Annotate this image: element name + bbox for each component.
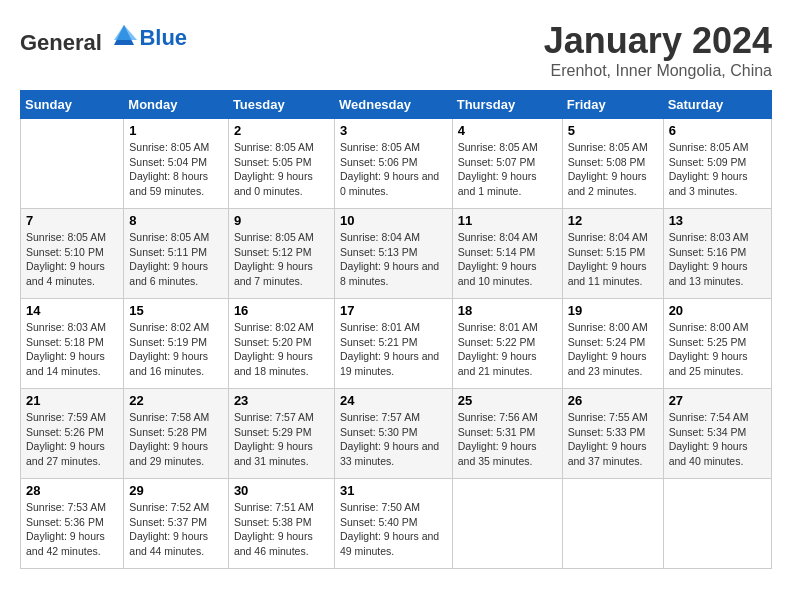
day-number: 4: [458, 123, 557, 138]
column-headers: SundayMondayTuesdayWednesdayThursdayFrid…: [21, 91, 772, 119]
day-number: 5: [568, 123, 658, 138]
calendar-cell: 17Sunrise: 8:01 AM Sunset: 5:21 PM Dayli…: [334, 299, 452, 389]
day-number: 28: [26, 483, 118, 498]
day-number: 22: [129, 393, 223, 408]
day-number: 13: [669, 213, 766, 228]
day-number: 26: [568, 393, 658, 408]
day-number: 21: [26, 393, 118, 408]
day-detail: Sunrise: 8:05 AM Sunset: 5:11 PM Dayligh…: [129, 230, 223, 289]
logo: General Blue: [20, 20, 187, 56]
day-number: 24: [340, 393, 447, 408]
col-header-saturday: Saturday: [663, 91, 771, 119]
calendar-cell: 11Sunrise: 8:04 AM Sunset: 5:14 PM Dayli…: [452, 209, 562, 299]
calendar-cell: [452, 479, 562, 569]
calendar-cell: [562, 479, 663, 569]
day-number: 9: [234, 213, 329, 228]
calendar-cell: 4Sunrise: 8:05 AM Sunset: 5:07 PM Daylig…: [452, 119, 562, 209]
calendar-cell: 26Sunrise: 7:55 AM Sunset: 5:33 PM Dayli…: [562, 389, 663, 479]
header: General Blue January 2024 Erenhot, Inner…: [20, 20, 772, 80]
day-detail: Sunrise: 8:05 AM Sunset: 5:10 PM Dayligh…: [26, 230, 118, 289]
calendar-cell: 27Sunrise: 7:54 AM Sunset: 5:34 PM Dayli…: [663, 389, 771, 479]
day-detail: Sunrise: 8:05 AM Sunset: 5:12 PM Dayligh…: [234, 230, 329, 289]
calendar-cell: 16Sunrise: 8:02 AM Sunset: 5:20 PM Dayli…: [228, 299, 334, 389]
calendar-cell: 23Sunrise: 7:57 AM Sunset: 5:29 PM Dayli…: [228, 389, 334, 479]
calendar-cell: 3Sunrise: 8:05 AM Sunset: 5:06 PM Daylig…: [334, 119, 452, 209]
logo-general-text: General: [20, 30, 102, 55]
week-row-2: 7Sunrise: 8:05 AM Sunset: 5:10 PM Daylig…: [21, 209, 772, 299]
day-number: 19: [568, 303, 658, 318]
calendar-cell: 31Sunrise: 7:50 AM Sunset: 5:40 PM Dayli…: [334, 479, 452, 569]
week-row-4: 21Sunrise: 7:59 AM Sunset: 5:26 PM Dayli…: [21, 389, 772, 479]
day-detail: Sunrise: 8:03 AM Sunset: 5:18 PM Dayligh…: [26, 320, 118, 379]
day-detail: Sunrise: 8:04 AM Sunset: 5:13 PM Dayligh…: [340, 230, 447, 289]
day-detail: Sunrise: 7:50 AM Sunset: 5:40 PM Dayligh…: [340, 500, 447, 559]
calendar-cell: 9Sunrise: 8:05 AM Sunset: 5:12 PM Daylig…: [228, 209, 334, 299]
day-number: 27: [669, 393, 766, 408]
day-number: 12: [568, 213, 658, 228]
day-number: 20: [669, 303, 766, 318]
calendar-cell: 1Sunrise: 8:05 AM Sunset: 5:04 PM Daylig…: [124, 119, 229, 209]
calendar-cell: 10Sunrise: 8:04 AM Sunset: 5:13 PM Dayli…: [334, 209, 452, 299]
day-number: 29: [129, 483, 223, 498]
calendar-cell: 14Sunrise: 8:03 AM Sunset: 5:18 PM Dayli…: [21, 299, 124, 389]
day-detail: Sunrise: 8:03 AM Sunset: 5:16 PM Dayligh…: [669, 230, 766, 289]
calendar-cell: 2Sunrise: 8:05 AM Sunset: 5:05 PM Daylig…: [228, 119, 334, 209]
calendar-cell: 24Sunrise: 7:57 AM Sunset: 5:30 PM Dayli…: [334, 389, 452, 479]
calendar-cell: 20Sunrise: 8:00 AM Sunset: 5:25 PM Dayli…: [663, 299, 771, 389]
calendar-cell: 22Sunrise: 7:58 AM Sunset: 5:28 PM Dayli…: [124, 389, 229, 479]
day-detail: Sunrise: 7:56 AM Sunset: 5:31 PM Dayligh…: [458, 410, 557, 469]
day-detail: Sunrise: 8:05 AM Sunset: 5:09 PM Dayligh…: [669, 140, 766, 199]
day-number: 17: [340, 303, 447, 318]
day-number: 15: [129, 303, 223, 318]
calendar-cell: 28Sunrise: 7:53 AM Sunset: 5:36 PM Dayli…: [21, 479, 124, 569]
day-detail: Sunrise: 8:02 AM Sunset: 5:19 PM Dayligh…: [129, 320, 223, 379]
calendar-cell: 18Sunrise: 8:01 AM Sunset: 5:22 PM Dayli…: [452, 299, 562, 389]
day-number: 2: [234, 123, 329, 138]
day-detail: Sunrise: 7:51 AM Sunset: 5:38 PM Dayligh…: [234, 500, 329, 559]
calendar-cell: 29Sunrise: 7:52 AM Sunset: 5:37 PM Dayli…: [124, 479, 229, 569]
day-number: 16: [234, 303, 329, 318]
day-detail: Sunrise: 7:54 AM Sunset: 5:34 PM Dayligh…: [669, 410, 766, 469]
week-row-1: 1Sunrise: 8:05 AM Sunset: 5:04 PM Daylig…: [21, 119, 772, 209]
calendar-cell: 30Sunrise: 7:51 AM Sunset: 5:38 PM Dayli…: [228, 479, 334, 569]
day-detail: Sunrise: 8:01 AM Sunset: 5:21 PM Dayligh…: [340, 320, 447, 379]
day-detail: Sunrise: 7:57 AM Sunset: 5:29 PM Dayligh…: [234, 410, 329, 469]
day-detail: Sunrise: 7:59 AM Sunset: 5:26 PM Dayligh…: [26, 410, 118, 469]
col-header-thursday: Thursday: [452, 91, 562, 119]
logo-blue-text: Blue: [139, 25, 187, 50]
day-number: 11: [458, 213, 557, 228]
calendar-cell: 19Sunrise: 8:00 AM Sunset: 5:24 PM Dayli…: [562, 299, 663, 389]
col-header-monday: Monday: [124, 91, 229, 119]
day-number: 18: [458, 303, 557, 318]
calendar-cell: 7Sunrise: 8:05 AM Sunset: 5:10 PM Daylig…: [21, 209, 124, 299]
main-title: January 2024: [544, 20, 772, 62]
day-number: 1: [129, 123, 223, 138]
day-detail: Sunrise: 7:58 AM Sunset: 5:28 PM Dayligh…: [129, 410, 223, 469]
day-detail: Sunrise: 8:05 AM Sunset: 5:04 PM Dayligh…: [129, 140, 223, 199]
svg-marker-1: [114, 25, 137, 40]
day-number: 8: [129, 213, 223, 228]
day-detail: Sunrise: 8:05 AM Sunset: 5:07 PM Dayligh…: [458, 140, 557, 199]
day-detail: Sunrise: 7:53 AM Sunset: 5:36 PM Dayligh…: [26, 500, 118, 559]
calendar-cell: 15Sunrise: 8:02 AM Sunset: 5:19 PM Dayli…: [124, 299, 229, 389]
calendar-cell: [21, 119, 124, 209]
day-detail: Sunrise: 8:02 AM Sunset: 5:20 PM Dayligh…: [234, 320, 329, 379]
calendar-cell: 21Sunrise: 7:59 AM Sunset: 5:26 PM Dayli…: [21, 389, 124, 479]
day-detail: Sunrise: 7:55 AM Sunset: 5:33 PM Dayligh…: [568, 410, 658, 469]
calendar-cell: 12Sunrise: 8:04 AM Sunset: 5:15 PM Dayli…: [562, 209, 663, 299]
subtitle: Erenhot, Inner Mongolia, China: [544, 62, 772, 80]
col-header-sunday: Sunday: [21, 91, 124, 119]
day-number: 31: [340, 483, 447, 498]
day-number: 10: [340, 213, 447, 228]
logo-icon: [109, 20, 139, 50]
calendar-cell: 8Sunrise: 8:05 AM Sunset: 5:11 PM Daylig…: [124, 209, 229, 299]
day-detail: Sunrise: 8:05 AM Sunset: 5:06 PM Dayligh…: [340, 140, 447, 199]
day-detail: Sunrise: 8:04 AM Sunset: 5:15 PM Dayligh…: [568, 230, 658, 289]
day-detail: Sunrise: 7:57 AM Sunset: 5:30 PM Dayligh…: [340, 410, 447, 469]
day-detail: Sunrise: 8:05 AM Sunset: 5:05 PM Dayligh…: [234, 140, 329, 199]
calendar-cell: 6Sunrise: 8:05 AM Sunset: 5:09 PM Daylig…: [663, 119, 771, 209]
calendar-cell: 25Sunrise: 7:56 AM Sunset: 5:31 PM Dayli…: [452, 389, 562, 479]
calendar-cell: 13Sunrise: 8:03 AM Sunset: 5:16 PM Dayli…: [663, 209, 771, 299]
col-header-friday: Friday: [562, 91, 663, 119]
day-detail: Sunrise: 7:52 AM Sunset: 5:37 PM Dayligh…: [129, 500, 223, 559]
